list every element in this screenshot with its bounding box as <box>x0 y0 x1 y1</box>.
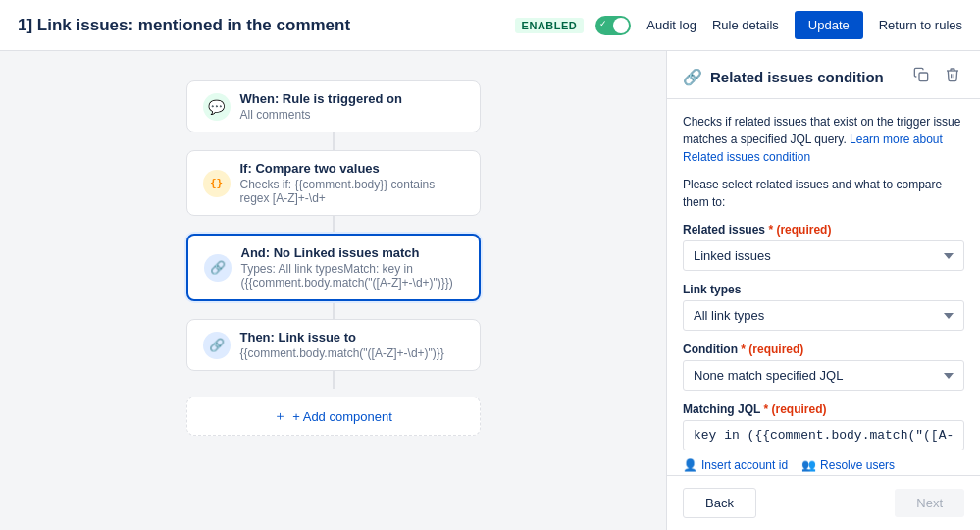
update-button[interactable]: Update <box>795 11 863 39</box>
enable-toggle[interactable]: ✓ <box>595 16 631 35</box>
enabled-badge: ENABLED <box>515 18 585 33</box>
required-mark-1: * (required) <box>768 223 831 237</box>
if-icon: {} <box>203 170 231 197</box>
then-node[interactable]: 🔗 Then: Link issue to {{comment.body.mat… <box>186 319 481 371</box>
when-node-title: When: Rule is triggered on <box>240 91 402 106</box>
right-panel-footer: Back Next <box>667 475 980 530</box>
flow-nodes: 💬 When: Rule is triggered on All comment… <box>186 80 481 436</box>
required-mark-3: * (required) <box>763 402 826 416</box>
audit-log-link[interactable]: Audit log <box>646 18 696 32</box>
when-node-subtitle: All comments <box>240 108 402 122</box>
resolve-users-link[interactable]: 👥 Resolve users <box>801 458 895 472</box>
and-icon: 🔗 <box>204 254 232 282</box>
add-component-label: + Add component <box>292 409 392 424</box>
svg-rect-0 <box>919 73 928 81</box>
then-node-title: Then: Link issue to <box>240 330 444 344</box>
required-mark-2: * (required) <box>741 343 803 356</box>
right-panel-header: 🔗 Related issues condition <box>667 51 980 99</box>
right-panel: 🔗 Related issues condition Checks if rel… <box>666 51 980 530</box>
return-to-rules-link[interactable]: Return to rules <box>879 18 962 32</box>
matching-jql-label: Matching JQL * (required) <box>683 402 964 416</box>
delete-button[interactable] <box>941 65 964 88</box>
panel-description: Checks if related issues that exist on t… <box>683 113 964 166</box>
connector-3 <box>333 301 335 319</box>
back-button[interactable]: Back <box>683 488 756 518</box>
then-node-subtitle: {{comment.body.match("([A-Z]+-\d+)")}} <box>240 346 444 360</box>
right-panel-title: Related issues condition <box>710 69 902 85</box>
main-content: 💬 When: Rule is triggered on All comment… <box>0 51 980 530</box>
when-icon: 💬 <box>203 93 231 121</box>
if-node-subtitle: Checks if: {{comment.body}} contains reg… <box>240 178 464 205</box>
connector-1 <box>333 132 335 150</box>
add-component-button[interactable]: ＋ + Add component <box>186 397 481 436</box>
connector-2 <box>333 216 335 234</box>
account-icon: 👤 <box>683 458 697 472</box>
connector-4 <box>333 371 335 389</box>
condition-select[interactable]: None match specified JQL Any match speci… <box>683 360 964 391</box>
users-icon: 👥 <box>801 458 816 472</box>
insert-account-id-link[interactable]: 👤 Insert account id <box>683 458 788 472</box>
copy-button[interactable] <box>909 65 933 88</box>
and-node-subtitle: Types: All link typesMatch: key in ({{co… <box>241 262 463 290</box>
related-issues-label: Related issues * (required) <box>683 223 964 237</box>
header-actions: ✓ Audit log Rule details Update Return t… <box>595 11 962 39</box>
link-types-select[interactable]: All link types Blocks Clones Duplicates … <box>683 300 964 331</box>
toggle-wrap: ✓ <box>595 16 631 35</box>
check-icon: ✓ <box>599 19 607 28</box>
if-node-title: If: Compare two values <box>240 161 464 176</box>
right-panel-body: Checks if related issues that exist on t… <box>667 99 980 475</box>
next-button[interactable]: Next <box>895 489 964 517</box>
plus-icon: ＋ <box>274 407 286 425</box>
then-icon: 🔗 <box>203 332 231 359</box>
condition-label: Condition * (required) <box>683 343 964 356</box>
page-header: 1] Link issues: mentioned in the comment… <box>0 0 980 51</box>
page-title: 1] Link issues: mentioned in the comment <box>18 16 503 35</box>
jql-actions: 👤 Insert account id 👥 Resolve users 🔍 Va… <box>683 458 964 475</box>
matching-jql-input[interactable] <box>683 420 964 450</box>
and-node-title: And: No Linked issues match <box>241 245 463 260</box>
link-types-label: Link types <box>683 283 964 296</box>
select-prompt: Please select related issues and what to… <box>683 176 964 211</box>
related-issues-select[interactable]: Linked issues Subtasks Parent issue <box>683 240 964 271</box>
flow-panel: 💬 When: Rule is triggered on All comment… <box>0 51 666 530</box>
link-icon: 🔗 <box>683 68 702 86</box>
if-node[interactable]: {} If: Compare two values Checks if: {{c… <box>186 150 481 216</box>
when-node[interactable]: 💬 When: Rule is triggered on All comment… <box>186 80 481 132</box>
rule-details-link[interactable]: Rule details <box>712 18 779 32</box>
and-node[interactable]: 🔗 And: No Linked issues match Types: All… <box>186 234 481 301</box>
